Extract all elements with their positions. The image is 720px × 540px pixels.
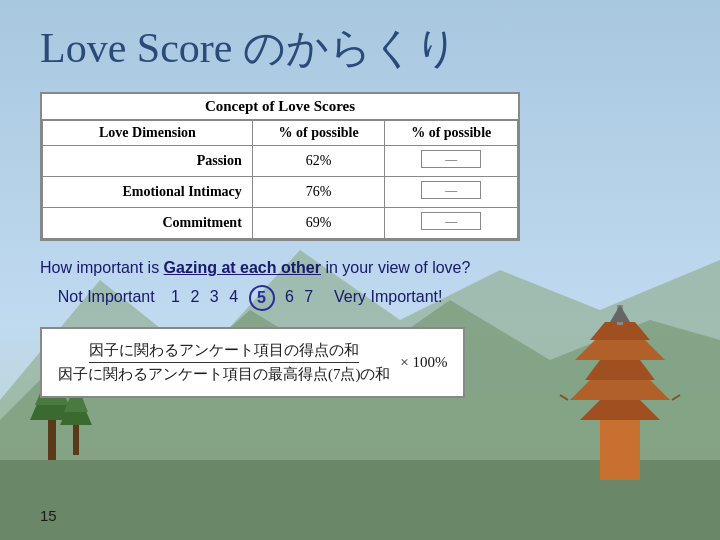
slide-number: 15: [40, 507, 57, 524]
table-row: Commitment 69%: [43, 208, 518, 239]
question-suffix: in your view of love?: [321, 259, 470, 276]
table-row: Passion 62%: [43, 146, 518, 177]
svg-rect-3: [0, 460, 720, 540]
scale-5-selected[interactable]: 5: [249, 285, 275, 311]
table-row: Emotional Intimacy 76%: [43, 177, 518, 208]
pct-emotional-intimacy: 76%: [252, 177, 385, 208]
col-header-pct1: % of possible: [252, 121, 385, 146]
love-scores-table: Concept of Love Scores Love Dimension % …: [40, 92, 520, 241]
scale-label-very-important: Very Important!: [334, 288, 443, 305]
col-header-dimension: Love Dimension: [43, 121, 253, 146]
dash-emotional-intimacy: [385, 177, 518, 208]
pct-commitment: 69%: [252, 208, 385, 239]
scale-2[interactable]: 2: [190, 288, 199, 306]
dash-passion: [385, 146, 518, 177]
formula-denominator: 因子に関わるアンケート項目の最高得点(7点)の和: [58, 365, 391, 384]
svg-rect-14: [48, 420, 56, 460]
question-highlight: Gazing at each other: [164, 259, 321, 276]
formula-numerator: 因子に関わるアンケート項目の得点の和: [89, 341, 359, 363]
scale-label-not-important: Not Important: [58, 288, 155, 305]
pct-passion: 62%: [252, 146, 385, 177]
col-header-pct2: % of possible: [385, 121, 518, 146]
svg-rect-4: [600, 420, 640, 480]
table-title: Concept of Love Scores: [42, 94, 518, 120]
formula-box: 因子に関わるアンケート項目の得点の和 因子に関わるアンケート項目の最高得点(7点…: [40, 327, 465, 398]
page-title: Love Score のからくり: [40, 20, 680, 76]
scale-row: Not Important 1 2 3 4 5 6 7 Very Importa…: [40, 285, 680, 311]
svg-rect-17: [73, 425, 79, 455]
question-prefix: How important is: [40, 259, 164, 276]
scale-4[interactable]: 4: [229, 288, 238, 306]
dimension-commitment: Commitment: [43, 208, 253, 239]
scale-1[interactable]: 1: [171, 288, 180, 306]
scale-7[interactable]: 7: [304, 288, 313, 306]
formula-multiply: × 100%: [400, 354, 447, 370]
scale-3[interactable]: 3: [210, 288, 219, 306]
dimension-passion: Passion: [43, 146, 253, 177]
question-text: How important is Gazing at each other in…: [40, 259, 680, 277]
scale-6[interactable]: 6: [285, 288, 294, 306]
dash-commitment: [385, 208, 518, 239]
dimension-emotional-intimacy: Emotional Intimacy: [43, 177, 253, 208]
formula-fraction: 因子に関わるアンケート項目の得点の和 因子に関わるアンケート項目の最高得点(7点…: [58, 341, 391, 384]
